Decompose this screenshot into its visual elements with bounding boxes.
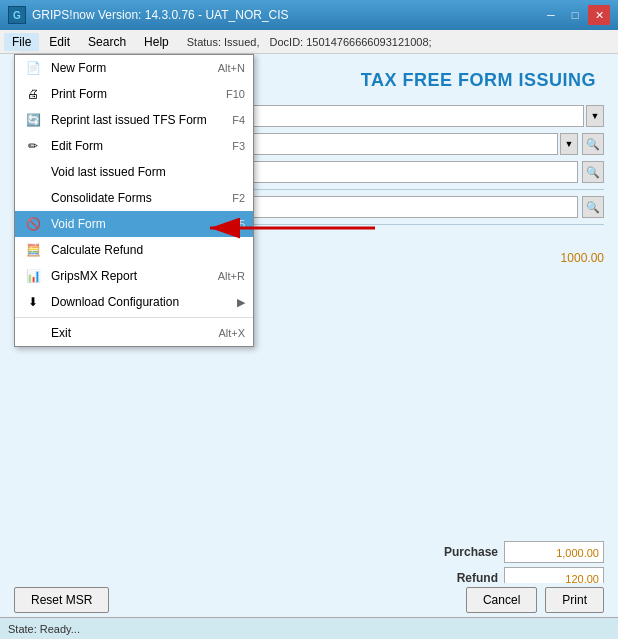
edit-form-icon: ✏ bbox=[23, 136, 43, 156]
exit-shortcut: Alt+X bbox=[218, 327, 245, 339]
title-bar: G GRIPS!now Version: 14.3.0.76 - UAT_NOR… bbox=[0, 0, 618, 30]
reset-msr-button[interactable]: Reset MSR bbox=[14, 587, 109, 613]
void-last-label: Void last issued Form bbox=[51, 165, 237, 179]
status-bar: State: Ready... bbox=[0, 617, 618, 639]
void-form-icon: 🚫 bbox=[23, 214, 43, 234]
exit-icon bbox=[23, 323, 43, 343]
footer-bar: Reset MSR Cancel Print bbox=[0, 583, 618, 617]
download-label: Download Configuration bbox=[51, 295, 229, 309]
close-button[interactable]: ✕ bbox=[588, 5, 610, 25]
purchase-label: Purchase bbox=[444, 545, 498, 559]
search-btn2[interactable]: 🔍 bbox=[582, 161, 604, 183]
void-last-icon bbox=[23, 162, 43, 182]
download-shortcut: ▶ bbox=[237, 296, 245, 309]
dropdown-arrow1[interactable]: ▼ bbox=[586, 105, 604, 127]
menu-exit[interactable]: Exit Alt+X bbox=[15, 320, 253, 346]
gripsmx-label: GripsMX Report bbox=[51, 269, 210, 283]
menu-download[interactable]: ⬇ Download Configuration ▶ bbox=[15, 289, 253, 315]
menu-new-form[interactable]: 📄 New Form Alt+N bbox=[15, 55, 253, 81]
purchase-value: 1,000.00 bbox=[504, 541, 604, 563]
search-btn1[interactable]: 🔍 bbox=[582, 133, 604, 155]
edit-form-shortcut: F3 bbox=[232, 140, 245, 152]
exit-label: Exit bbox=[51, 326, 210, 340]
menu-consolidate[interactable]: Consolidate Forms F2 bbox=[15, 185, 253, 211]
gripsmx-icon: 📊 bbox=[23, 266, 43, 286]
print-button[interactable]: Print bbox=[545, 587, 604, 613]
edit-form-label: Edit Form bbox=[51, 139, 224, 153]
minimize-button[interactable]: ─ bbox=[540, 5, 562, 25]
app-icon: G bbox=[8, 6, 26, 24]
consolidate-icon bbox=[23, 188, 43, 208]
reprint-form-shortcut: F4 bbox=[232, 114, 245, 126]
menu-reprint-form[interactable]: 🔄 Reprint last issued TFS Form F4 bbox=[15, 107, 253, 133]
passport-search-btn[interactable]: 🔍 bbox=[582, 196, 604, 218]
amount1-value: 1000.00 bbox=[524, 251, 604, 265]
menu-edit[interactable]: Edit bbox=[41, 33, 78, 51]
print-form-shortcut: F10 bbox=[226, 88, 245, 100]
totals-area: Purchase 1,000.00 Refund 120.00 bbox=[444, 541, 604, 589]
print-form-icon: 🖨 bbox=[23, 84, 43, 104]
purchase-row: Purchase 1,000.00 bbox=[444, 541, 604, 563]
menu-print-form[interactable]: 🖨 Print Form F10 bbox=[15, 81, 253, 107]
status-text: State: Ready... bbox=[8, 623, 80, 635]
menu-help[interactable]: Help bbox=[136, 33, 177, 51]
menu-file[interactable]: File bbox=[4, 33, 39, 51]
calculate-icon: 🧮 bbox=[23, 240, 43, 260]
menu-separator bbox=[15, 317, 253, 318]
menu-gripsmx[interactable]: 📊 GripsMX Report Alt+R bbox=[15, 263, 253, 289]
status-text: Status: Issued, bbox=[187, 36, 260, 48]
new-form-label: New Form bbox=[51, 61, 210, 75]
gripsmx-shortcut: Alt+R bbox=[218, 270, 245, 282]
menu-void-last[interactable]: Void last issued Form bbox=[15, 159, 253, 185]
cancel-button[interactable]: Cancel bbox=[466, 587, 537, 613]
menu-bar: File Edit Search Help Status: Issued, Do… bbox=[0, 30, 618, 54]
reprint-form-icon: 🔄 bbox=[23, 110, 43, 130]
doc-id-text: DocID: 15014766666093121008; bbox=[270, 36, 432, 48]
new-form-icon: 📄 bbox=[23, 58, 43, 78]
void-form-label: Void Form bbox=[51, 217, 224, 231]
new-form-shortcut: Alt+N bbox=[218, 62, 245, 74]
dropdown-arrow2[interactable]: ▼ bbox=[560, 133, 578, 155]
consolidate-shortcut: F2 bbox=[232, 192, 245, 204]
arrow-indicator bbox=[200, 216, 380, 244]
calculate-label: Calculate Refund bbox=[51, 243, 237, 257]
title-text: GRIPS!now Version: 14.3.0.76 - UAT_NOR_C… bbox=[32, 8, 289, 22]
print-form-label: Print Form bbox=[51, 87, 218, 101]
menu-search[interactable]: Search bbox=[80, 33, 134, 51]
consolidate-label: Consolidate Forms bbox=[51, 191, 224, 205]
reprint-form-label: Reprint last issued TFS Form bbox=[51, 113, 224, 127]
download-icon: ⬇ bbox=[23, 292, 43, 312]
file-dropdown-menu: 📄 New Form Alt+N 🖨 Print Form F10 🔄 Repr… bbox=[14, 54, 254, 347]
menu-edit-form[interactable]: ✏ Edit Form F3 bbox=[15, 133, 253, 159]
maximize-button[interactable]: □ bbox=[564, 5, 586, 25]
